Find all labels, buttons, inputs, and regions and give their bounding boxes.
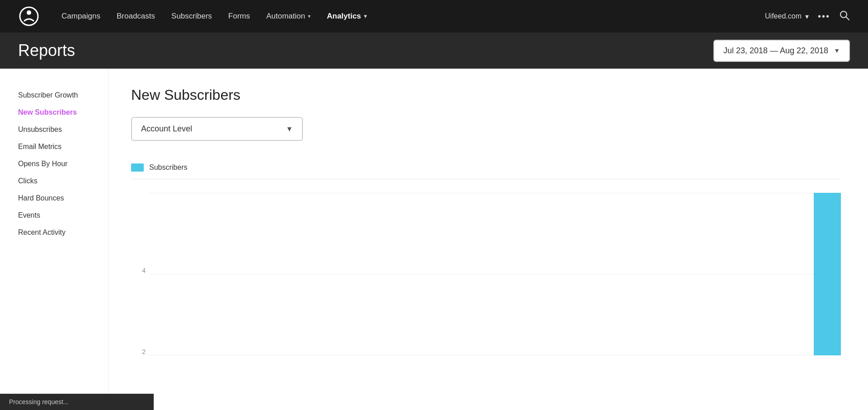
chart-bar-wrapper [814, 193, 841, 355]
account-selector[interactable]: Uifeed.com ▾ [765, 12, 809, 21]
chart-bar-wrapper [158, 193, 185, 355]
nav-campaigns[interactable]: Campaigns [54, 8, 108, 24]
chart-bar-wrapper [786, 193, 813, 355]
chart-bar-wrapper [541, 193, 568, 355]
nav-analytics[interactable]: Analytics ▾ [320, 8, 374, 24]
chart-bar-wrapper [431, 193, 458, 355]
chart-bar-wrapper [377, 193, 404, 355]
chart-bar-wrapper [650, 193, 677, 355]
chart-container: 4 2 [131, 193, 841, 355]
nav-subscribers[interactable]: Subscribers [164, 8, 219, 24]
chart-bar-wrapper [268, 193, 295, 355]
main-content: Subscriber Growth New Subscribers Unsubs… [0, 69, 868, 410]
search-icon[interactable] [839, 10, 850, 23]
legend-label: Subscribers [149, 163, 187, 172]
account-level-dropdown[interactable]: Account Level ▼ [131, 117, 303, 141]
sidebar-item-events[interactable]: Events [18, 207, 108, 224]
chart-bar-wrapper [322, 193, 349, 355]
sidebar: Subscriber Growth New Subscribers Unsubs… [0, 69, 108, 410]
chart-bar-wrapper [704, 193, 731, 355]
chart-bar-wrapper [241, 193, 268, 355]
sidebar-item-new-subscribers[interactable]: New Subscribers [18, 104, 108, 121]
chart-bar-wrapper [513, 193, 540, 355]
nav-broadcasts[interactable]: Broadcasts [109, 8, 162, 24]
chart-bar-wrapper [186, 193, 213, 355]
sidebar-item-unsubscribes[interactable]: Unsubscribes [18, 121, 108, 138]
date-range-button[interactable]: Jul 23, 2018 — Aug 22, 2018 ▼ [713, 40, 850, 62]
chart-bar [814, 193, 841, 355]
account-chevron-icon: ▾ [805, 12, 809, 21]
legend-color-swatch [131, 163, 144, 172]
section-title: New Subscribers [131, 87, 841, 103]
account-name: Uifeed.com [765, 12, 802, 20]
chart-bar-wrapper [131, 193, 158, 355]
chart-bar-wrapper [759, 193, 786, 355]
chart-bar-wrapper [732, 193, 759, 355]
chart-bar-wrapper [595, 193, 623, 355]
nav-links: Campaigns Broadcasts Subscribers Forms A… [54, 8, 765, 24]
date-range-chevron-icon: ▼ [834, 47, 840, 54]
nav-forms[interactable]: Forms [221, 8, 257, 24]
svg-line-3 [846, 17, 849, 20]
chart-bar-wrapper [213, 193, 240, 355]
sidebar-item-recent-activity[interactable]: Recent Activity [18, 224, 108, 241]
sidebar-item-opens-by-hour[interactable]: Opens By Hour [18, 155, 108, 172]
sidebar-item-clicks[interactable]: Clicks [18, 172, 108, 190]
svg-point-1 [27, 10, 31, 15]
reports-header: Reports Jul 23, 2018 — Aug 22, 2018 ▼ [0, 33, 868, 69]
navbar: Campaigns Broadcasts Subscribers Forms A… [0, 0, 868, 33]
chart-bar-wrapper [568, 193, 595, 355]
automation-chevron-icon: ▾ [308, 13, 311, 19]
processing-text: Processing request... [9, 398, 69, 405]
chart-bar-wrapper [486, 193, 513, 355]
bar-chart [131, 193, 841, 355]
sidebar-item-subscriber-growth[interactable]: Subscriber Growth [18, 87, 108, 104]
chart-bar-wrapper [404, 193, 431, 355]
more-options-button[interactable]: ••• [818, 11, 830, 22]
page-title: Reports [18, 41, 75, 60]
content-area: New Subscribers Account Level ▼ Subscrib… [108, 69, 868, 410]
chart-bar-wrapper [459, 193, 486, 355]
analytics-chevron-icon: ▾ [364, 13, 367, 19]
chart-legend: Subscribers [131, 163, 841, 179]
chart-bar-wrapper [349, 193, 377, 355]
dropdown-label: Account Level [141, 124, 192, 134]
processing-bar: Processing request... [0, 394, 154, 410]
svg-point-0 [20, 7, 38, 25]
chart-bar-wrapper [677, 193, 704, 355]
sidebar-item-hard-bounces[interactable]: Hard Bounces [18, 190, 108, 207]
chart-bar-wrapper [295, 193, 322, 355]
dropdown-arrow-icon: ▼ [286, 125, 293, 133]
date-range-text: Jul 23, 2018 — Aug 22, 2018 [723, 46, 828, 56]
chart-bar-wrapper [623, 193, 650, 355]
navbar-right: Uifeed.com ▾ ••• [765, 10, 850, 23]
logo[interactable] [18, 5, 40, 27]
nav-automation[interactable]: Automation ▾ [259, 8, 318, 24]
sidebar-item-email-metrics[interactable]: Email Metrics [18, 138, 108, 155]
chart-section: Subscribers 4 2 [131, 163, 841, 355]
